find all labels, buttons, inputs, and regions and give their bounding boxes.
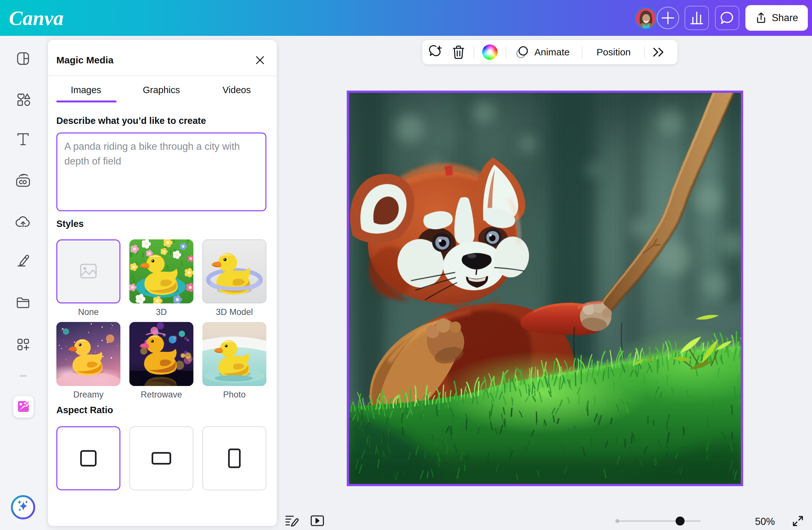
svg-text:Canva: Canva	[9, 7, 64, 29]
